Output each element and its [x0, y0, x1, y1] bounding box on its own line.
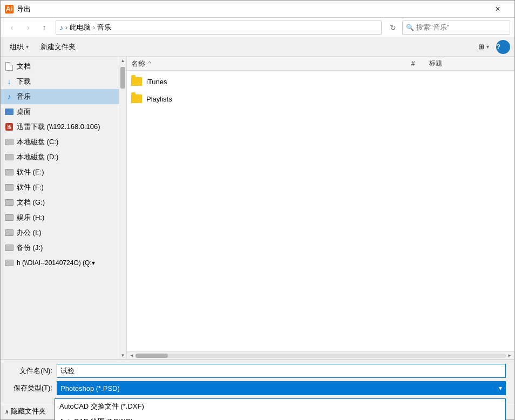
scroll-down-button[interactable]: ▼ — [119, 351, 126, 359]
sidebar-scrollbar[interactable]: ▲ ▼ — [119, 57, 127, 359]
drive-d-icon — [5, 153, 13, 161]
drive-c-icon — [5, 138, 13, 146]
sidebar-item-xunlei[interactable]: 迅 迅雷下载 (\\192.168.0.106) — [1, 119, 119, 134]
sidebar-label-office-i: 办公 (I:) — [17, 228, 42, 238]
h-scroll-thumb[interactable] — [135, 354, 168, 358]
filetype-row: 保存类型(T): Photoshop (*.PSD) ▾ — [9, 381, 506, 395]
sidebar-label-xunlei: 迅雷下载 (\\192.168.0.106) — [17, 122, 100, 132]
breadcrumb[interactable]: ♪ › 此电脑 › 音乐 — [56, 21, 382, 35]
col-title: 标题 — [429, 59, 510, 68]
sidebar-label-h-drive: h (\\DIAI--20140724O) (Q:▾ — [17, 259, 95, 267]
sidebar-item-ent-h[interactable]: 娱乐 (H:) — [1, 210, 119, 225]
sidebar-label-soft-e: 软件 (E:) — [17, 167, 44, 177]
file-list: iTunes Playlists — [127, 71, 514, 351]
search-input[interactable] — [416, 23, 507, 31]
sidebar-item-documents[interactable]: 文档 — [1, 59, 119, 74]
back-button[interactable]: ‹ — [5, 21, 19, 35]
breadcrumb-sep2: › — [93, 24, 95, 31]
sidebar-label-doc-g: 文档 (G:) — [17, 198, 45, 207]
bottom-section: 文件名(N): 保存类型(T): Photoshop (*.PSD) ▾ Aut… — [1, 359, 514, 403]
scroll-right-button[interactable]: ► — [506, 352, 513, 360]
sidebar-item-music[interactable]: ♪ 音乐 — [1, 89, 119, 104]
sidebar-item-downloads[interactable]: ↓ 下载 — [1, 74, 119, 89]
folder-icon — [131, 77, 142, 86]
forward-button[interactable]: › — [21, 21, 35, 35]
sidebar-label-local-c: 本地磁盘 (C:) — [17, 137, 58, 147]
filename-row: 文件名(N): — [9, 364, 506, 378]
drive-h-icon — [5, 213, 13, 222]
filetype-select[interactable]: Photoshop (*.PSD) ▾ — [57, 381, 506, 395]
folder-icon — [131, 94, 142, 103]
scroll-track — [119, 64, 126, 351]
file-name-playlists: Playlists — [146, 95, 172, 103]
dropdown-item-dwg[interactable]: AutoCAD 绘图 (*.DWG) — [55, 414, 505, 420]
sidebar-label-downloads: 下载 — [17, 77, 31, 86]
sidebar-label-desktop: 桌面 — [17, 107, 31, 117]
download-icon: ↓ — [5, 77, 13, 86]
music-icon: ♪ — [5, 92, 13, 101]
drive-g-icon — [5, 198, 13, 207]
list-item[interactable]: iTunes — [127, 73, 514, 90]
xunlei-icon: 迅 — [5, 123, 13, 131]
chevron-up-icon: ∧ — [5, 409, 9, 415]
sidebar-item-soft-f[interactable]: 软件 (F:) — [1, 180, 119, 195]
search-box[interactable]: 🔍 — [402, 21, 510, 35]
organize-arrow: ▾ — [26, 44, 29, 50]
hide-folders-button[interactable]: ∧ 隐藏文件夹 — [5, 407, 46, 416]
filename-input[interactable] — [57, 364, 506, 378]
breadcrumb-computer: 此电脑 — [70, 23, 91, 32]
sidebar-label-local-d: 本地磁盘 (D:) — [17, 152, 58, 162]
up-button[interactable]: ↑ — [37, 21, 51, 35]
export-dialog: Ai 导出 × ‹ › ↑ ♪ › 此电脑 › 音乐 ↻ 🔍 组织 ▾ 新建文件… — [0, 0, 515, 420]
drive-q-icon — [5, 259, 13, 267]
sidebar-label-documents: 文档 — [17, 62, 31, 71]
view-button[interactable]: ⊞ ▾ — [473, 40, 494, 54]
view-arrow: ▾ — [486, 44, 489, 50]
breadcrumb-music: 音乐 — [97, 23, 111, 32]
main-area: 名称 ⌃ # 标题 iTunes Playlists ◄ — [127, 57, 514, 359]
help-button[interactable]: ? — [496, 40, 510, 54]
sidebar-item-desktop[interactable]: 桌面 — [1, 104, 119, 119]
drive-i-icon — [5, 228, 13, 237]
sidebar-item-h-drive[interactable]: h (\\DIAI--20140724O) (Q:▾ — [1, 255, 119, 270]
title-bar: Ai 导出 × — [1, 1, 514, 18]
filetype-value: Photoshop (*.PSD) — [60, 384, 120, 392]
close-button[interactable]: × — [485, 1, 510, 18]
sidebar: 文档 ↓ 下载 ♪ 音乐 桌面 迅 — [1, 57, 119, 359]
scroll-up-button[interactable]: ▲ — [119, 57, 126, 64]
music-nav-icon: ♪ — [59, 23, 63, 32]
hide-folders-label: 隐藏文件夹 — [11, 407, 46, 416]
sidebar-item-doc-g[interactable]: 文档 (G:) — [1, 195, 119, 210]
refresh-button[interactable]: ↻ — [386, 21, 400, 35]
drive-f-icon — [5, 183, 13, 192]
toolbar: 组织 ▾ 新建文件夹 ⊞ ▾ ? — [1, 37, 514, 57]
col-name: 名称 ⌃ — [131, 59, 397, 69]
horizontal-scrollbar[interactable]: ◄ ► — [127, 351, 514, 359]
drive-j-icon — [5, 243, 13, 252]
new-folder-button[interactable]: 新建文件夹 — [36, 40, 80, 54]
sidebar-item-local-c[interactable]: 本地磁盘 (C:) — [1, 134, 119, 150]
h-scroll-track — [135, 354, 506, 358]
new-folder-label: 新建文件夹 — [40, 42, 76, 52]
sidebar-label-backup-j: 备份 (J:) — [17, 243, 43, 253]
sidebar-item-soft-e[interactable]: 软件 (E:) — [1, 165, 119, 180]
filename-label: 文件名(N): — [9, 366, 52, 376]
nav-bar: ‹ › ↑ ♪ › 此电脑 › 音乐 ↻ 🔍 — [1, 18, 514, 37]
column-header: 名称 ⌃ # 标题 — [127, 57, 514, 71]
sort-arrow: ⌃ — [147, 60, 152, 66]
file-name-itunes: iTunes — [146, 78, 167, 86]
list-item[interactable]: Playlists — [127, 90, 514, 107]
organize-button[interactable]: 组织 ▾ — [5, 40, 33, 54]
app-icon: Ai — [5, 5, 13, 13]
scroll-thumb[interactable] — [120, 67, 125, 89]
filetype-label: 保存类型(T): — [9, 383, 52, 393]
dropdown-item-dxf[interactable]: AutoCAD 交换文件 (*.DXF) — [55, 399, 505, 414]
content-area: 文档 ↓ 下载 ♪ 音乐 桌面 迅 — [1, 57, 514, 359]
sidebar-item-office-i[interactable]: 办公 (I:) — [1, 225, 119, 240]
sidebar-item-local-d[interactable]: 本地磁盘 (D:) — [1, 150, 119, 165]
sidebar-label-music: 音乐 — [17, 92, 31, 101]
scroll-left-button[interactable]: ◄ — [128, 352, 135, 360]
dialog-title: 导出 — [17, 4, 485, 14]
sidebar-label-ent-h: 娱乐 (H:) — [17, 213, 44, 222]
sidebar-item-backup-j[interactable]: 备份 (J:) — [1, 240, 119, 255]
